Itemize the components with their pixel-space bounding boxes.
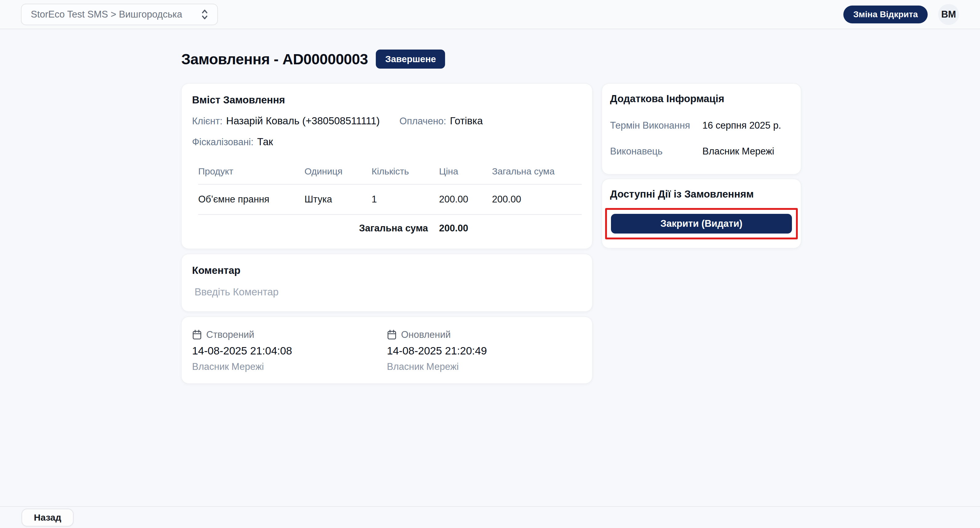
created-label: Створений xyxy=(206,329,254,340)
paid-value: Готівка xyxy=(450,115,483,127)
chevron-up-down-icon xyxy=(199,8,210,21)
shift-status-badge[interactable]: Зміна Відкрита xyxy=(843,6,928,23)
table-row: Об’ємне прання Штука 1 200.00 200.00 xyxy=(198,184,582,215)
column-header-quantity: Кількість xyxy=(372,160,439,184)
cell-unit: Штука xyxy=(304,184,372,215)
client-and-payment-line: Клієнт: Назарій Коваль (+380508511111) О… xyxy=(192,115,582,127)
store-selector[interactable]: StorEco Test SMS > Вишгородська xyxy=(21,4,218,25)
created-by: Власник Мережі xyxy=(192,361,387,372)
column-header-price: Ціна xyxy=(439,160,492,184)
page-title: Замовлення - AD00000003 xyxy=(181,51,368,68)
comment-heading: Коментар xyxy=(192,265,582,276)
client-label: Клієнт: xyxy=(192,116,223,127)
updated-datetime: 14-08-2025 21:20:49 xyxy=(387,345,582,357)
table-header-row: Продукт Одиниця Кількість Ціна Загальна … xyxy=(198,160,582,184)
executor-label: Виконавець xyxy=(610,146,702,157)
created-block: Створений 14-08-2025 21:04:08 Власник Ме… xyxy=(192,329,387,372)
order-status-badge: Завершене xyxy=(376,49,445,68)
table-total-row: Загальна сума 200.00 xyxy=(198,215,582,236)
red-highlight-annotation: Закрити (Видати) xyxy=(605,208,798,239)
due-date-value: 16 серпня 2025 р. xyxy=(702,120,793,131)
back-button[interactable]: Назад xyxy=(22,509,73,526)
comment-card: Коментар xyxy=(181,254,592,312)
order-items-table: Продукт Одиниця Кількість Ціна Загальна … xyxy=(198,160,582,236)
order-content-heading: Вміст Замовлення xyxy=(192,94,582,106)
due-date-label: Термін Виконання xyxy=(610,120,702,131)
fiscalized-label: Фіскалізовані: xyxy=(192,137,254,148)
cell-quantity: 1 xyxy=(372,184,439,215)
calendar-icon xyxy=(192,329,202,340)
additional-info-card: Додаткова Інформація Термін Виконання 16… xyxy=(602,83,801,175)
right-column: Додаткова Інформація Термін Виконання 16… xyxy=(602,83,801,248)
calendar-icon xyxy=(387,329,397,340)
order-actions-heading: Доступні Дії із Замовленням xyxy=(610,188,793,200)
client-value: Назарій Коваль (+380508511111) xyxy=(226,115,380,127)
cell-total: 200.00 xyxy=(492,184,582,215)
total-label: Загальна сума xyxy=(198,215,439,236)
main-content: Замовлення - AD00000003 Завершене Вміст … xyxy=(0,29,825,384)
footer-bar: Назад xyxy=(0,506,980,528)
fiscalized-value: Так xyxy=(257,136,273,148)
due-date-row: Термін Виконання 16 серпня 2025 р. xyxy=(610,120,793,131)
close-issue-button[interactable]: Закрити (Видати) xyxy=(611,214,792,234)
cell-product: Об’ємне прання xyxy=(198,184,304,215)
timestamps-card: Створений 14-08-2025 21:04:08 Власник Ме… xyxy=(181,316,592,384)
paid-label: Оплачено: xyxy=(399,116,446,127)
updated-by: Власник Мережі xyxy=(387,361,582,372)
additional-info-heading: Додаткова Інформація xyxy=(610,93,793,105)
executor-row: Виконавець Власник Мережі xyxy=(610,146,793,157)
topbar: StorEco Test SMS > Вишгородська Зміна Ві… xyxy=(0,0,980,29)
order-actions-card: Доступні Дії із Замовленням Закрити (Вид… xyxy=(602,179,801,248)
store-selector-value: StorEco Test SMS > Вишгородська xyxy=(31,9,182,20)
order-content-card: Вміст Замовлення Клієнт: Назарій Коваль … xyxy=(181,83,592,249)
column-header-total: Загальна сума xyxy=(492,160,582,184)
column-header-product: Продукт xyxy=(198,160,304,184)
created-datetime: 14-08-2025 21:04:08 xyxy=(192,345,387,357)
fiscalized-line: Фіскалізовані: Так xyxy=(192,136,582,148)
updated-block: Оновлений 14-08-2025 21:20:49 Власник Ме… xyxy=(387,329,582,372)
topbar-right: Зміна Відкрита ВМ xyxy=(843,4,959,25)
avatar[interactable]: ВМ xyxy=(938,4,959,25)
title-row: Замовлення - AD00000003 Завершене xyxy=(181,49,825,68)
executor-value: Власник Мережі xyxy=(702,146,793,157)
left-column: Вміст Замовлення Клієнт: Назарій Коваль … xyxy=(181,83,592,384)
total-value: 200.00 xyxy=(439,215,492,236)
column-header-unit: Одиниця xyxy=(304,160,372,184)
updated-label: Оновлений xyxy=(401,329,450,340)
cell-price: 200.00 xyxy=(439,184,492,215)
comment-input[interactable] xyxy=(192,286,582,301)
